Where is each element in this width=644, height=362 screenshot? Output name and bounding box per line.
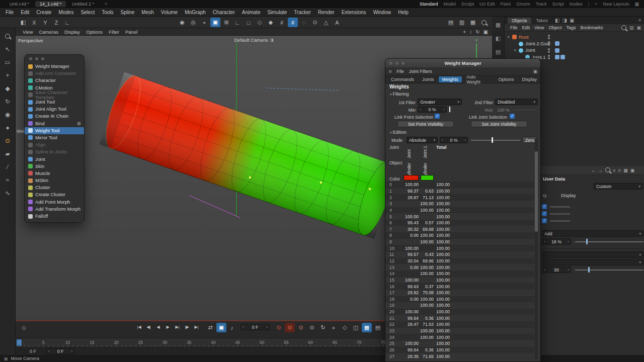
panel-layout-icon-3[interactable]: ▣ [570,18,574,23]
close-window-icon[interactable] [29,57,32,60]
viewport-menu-panel[interactable]: Panel [122,29,140,35]
object-menu-file[interactable]: File [510,25,518,30]
weight-table-row[interactable]: 130.00100.00100.00 [385,264,534,270]
strength-slider[interactable] [471,140,520,141]
weight-table-row[interactable]: 20100.00100.00 [385,309,534,315]
weight-table-row[interactable]: 1729.9270.08100.00 [385,290,534,296]
layout-tab-uv-edit[interactable]: UV Edit [479,2,495,7]
layout-tab-standard[interactable]: Standard [420,2,438,7]
tag-icon[interactable] [560,55,565,59]
disclosure-icon[interactable]: ▾ [508,35,512,39]
document-tab[interactable]: Untitled 2 * [67,1,99,7]
weight-color-swatch-0[interactable] [404,175,419,180]
wm-tab-options[interactable]: Options [495,76,517,82]
move-keys-icon[interactable]: + [329,323,339,332]
document-tab[interactable]: 14_1.c4d * [35,1,66,7]
document-tab[interactable]: + [100,1,112,7]
object-menu-object[interactable]: Object [548,25,561,30]
texture-mode-icon[interactable]: ⊞ [221,18,231,27]
prev-key-button[interactable]: ◀| [144,323,153,331]
object-menu-view[interactable]: View [534,25,544,30]
weight-table-row[interactable]: 699.430.57100.00 [385,220,534,226]
layout-tab-nodes[interactable]: Nodes [570,2,583,7]
autokey-icon[interactable]: ⊙ [285,323,295,332]
first-filter-dropdown[interactable]: Greater▾ [418,99,462,105]
orbit-camera-icon[interactable]: ↻ [475,29,479,35]
display-label[interactable]: Display [561,193,576,198]
view-layout-icon-3[interactable]: ▦ [468,18,478,27]
menu-select[interactable]: Select [77,9,98,16]
weight-table-row[interactable]: 1699.630.37100.00 [385,283,534,290]
weight-table-row[interactable]: 3100.00100.00 [385,201,534,207]
goto-start-button[interactable]: |◀ [135,323,143,331]
palette-item-create-cluster[interactable]: Create Cluster [25,191,84,198]
tab-takes[interactable]: Takes [532,18,552,24]
palette-item-add-transform-morph[interactable]: Add Transform Morph [25,206,84,213]
number-slider[interactable] [575,269,643,270]
zoom-tool-icon[interactable] [3,32,13,40]
palette-item-skin[interactable]: Skin [25,163,84,170]
points-mode-icon[interactable]: □ [244,18,254,27]
percent-slider-handle[interactable] [586,239,588,244]
weight-table-row[interactable]: 24100.00100.00 [385,334,534,340]
window-menu-icon[interactable]: ≡ [389,69,391,74]
goto-end-button[interactable]: ▶| [192,323,201,331]
weight-table-row[interactable]: 0100.00100.00 [385,182,534,188]
hidden-dropdown-2[interactable]: ▾ [542,259,643,265]
palette-item-add-point-morph[interactable]: Add Point Morph [25,199,84,206]
search-icon[interactable] [479,18,489,27]
tag-icon[interactable] [555,48,559,53]
weight-table-row[interactable]: 199.370.63100.00 [385,188,534,195]
palette-item-cluster[interactable]: Cluster [25,184,84,191]
viewport-menu-options[interactable]: Options [83,29,106,35]
layout-tab-sculpt[interactable]: Sculpt [461,2,474,7]
panel-menu-icon[interactable]: ≡ [638,18,641,23]
dock-icon-1[interactable]: ▦ [496,22,501,28]
wm-tab-weights[interactable]: Weights [439,76,462,82]
weight-table-row[interactable]: 2228.4771.53100.00 [385,321,534,328]
weight-table-row[interactable]: 19100.00100.00 [385,302,534,309]
viewport-menu-display[interactable]: Display [61,29,83,35]
menu-extensions[interactable]: Extensions [338,9,370,16]
add-dropdown[interactable]: Add▾ [542,230,643,237]
dolly-camera-icon[interactable]: ↕ [469,29,472,35]
visibility-toggles[interactable] [548,35,550,39]
move-tool-icon[interactable]: + [3,71,13,79]
weight-table-row[interactable]: 80.00100.00100.00 [385,232,534,239]
weight-table-row[interactable]: 4100.00100.00 [385,207,534,214]
smooth-tool-icon[interactable]: ∿ [3,189,13,197]
weight-table-row[interactable]: 5100.00100.00 [385,213,534,220]
window-controls[interactable] [25,55,84,63]
weight-table-row[interactable]: 25100.00100.00 [385,340,534,347]
second-filter-dropdown[interactable]: Disabled▾ [495,99,538,105]
menu-volume[interactable]: Volume [157,9,181,16]
weight-table-row[interactable]: 1199.570.43100.00 [385,251,534,258]
workplane-mode-icon[interactable]: ∟ [232,18,243,27]
viewport-menu-view[interactable]: View [20,29,36,35]
menu-tracker[interactable]: Tracker [290,9,314,16]
text-icon[interactable]: A [618,168,621,173]
y-axis-lock-button[interactable]: Y [40,18,50,27]
menu-animate[interactable]: Animate [238,9,264,16]
filter-icon[interactable]: ▤ [629,25,634,31]
weight-table-row[interactable]: 9100.00100.00 [385,239,534,245]
set-point-visibility-button[interactable]: Set Point Visibility [397,121,454,127]
object-menu-edit[interactable]: Edit [522,25,530,30]
layout-tab-groom[interactable]: Groom [516,2,530,7]
frame-ruler[interactable]: 051015202530354045505560657075 [16,338,385,347]
user-data-checkbox[interactable]: ✓ [542,204,547,209]
knife-tool-icon[interactable]: ∕ [3,162,13,171]
weight-table-row[interactable]: 730.3269.68100.00 [385,226,534,232]
enable-snap-icon[interactable]: # [277,18,287,27]
object-menu-bookmarks[interactable]: Bookmarks [580,25,603,30]
quantize-icon[interactable]: # [288,18,298,27]
region-icon[interactable]: ◫ [351,323,361,332]
settings-gear-icon[interactable]: ⚙ [77,121,81,126]
menu-help[interactable]: Help [394,9,412,16]
key-icon[interactable]: ◇ [340,323,350,332]
custom-dropdown[interactable]: Custom▾ [594,183,643,190]
menu-tools[interactable]: Tools [98,9,117,16]
x-axis-lock-button[interactable]: X [29,18,39,27]
coordinate-system-icon[interactable]: ∟ [62,18,72,27]
weight-manager-titlebar[interactable]: Weight Manager [385,59,540,67]
